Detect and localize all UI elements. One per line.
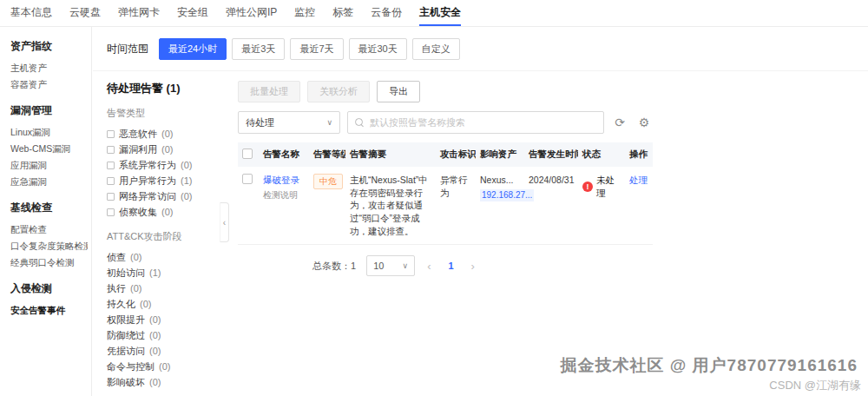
tab-tags[interactable]: 标签 (332, 0, 353, 26)
filter-item-malware[interactable]: 恶意软件 (0) (107, 126, 220, 142)
sidebar-item-host-assets[interactable]: 主机资产 (10, 60, 88, 76)
filter-item-user-anomaly[interactable]: 用户异常行为 (1) (107, 173, 220, 188)
settings-icon[interactable]: ⚙ (635, 116, 653, 129)
sidebar-item-security-alarm-events[interactable]: 安全告警事件 (10, 302, 88, 319)
filter-item-label: 影响破坏 (107, 374, 145, 390)
col-asset: 影响资产 (476, 142, 524, 167)
col-summary: 告警摘要 (345, 142, 436, 167)
sidebar-item-config-check[interactable]: 配置检查 (10, 221, 88, 238)
tab-monitoring[interactable]: 监控 (294, 0, 315, 26)
network-anomaly-icon (107, 193, 115, 201)
filter-item-system-anomaly[interactable]: 系统异常行为 (0) (107, 157, 220, 173)
sidebar-section-title: 漏洞管理 (10, 103, 88, 118)
search-input[interactable] (370, 117, 596, 128)
filter-item-label: 网络异常访问 (119, 188, 176, 204)
filter-item-count: (0) (149, 327, 161, 343)
correlation-analysis-button[interactable]: 关联分析 (307, 81, 370, 102)
alerts-searchbar: 待处理 ∨ ⟳ ⚙ (238, 111, 653, 134)
tab-security-group[interactable]: 安全组 (177, 0, 208, 26)
page-size-select[interactable]: 10 ∨ (366, 255, 415, 276)
pending-alerts-section: 待处理告警 (1) 告警类型 恶意软件 (0) 漏洞利用 (0) (93, 71, 868, 390)
filter-group-alert-type: 告警类型 恶意软件 (0) 漏洞利用 (0) (107, 107, 220, 220)
user-anomaly-icon (107, 177, 115, 185)
sidebar-item-container-assets[interactable]: 容器资产 (10, 76, 88, 93)
sidebar-section-intrusion: 入侵检测 安全告警事件 (10, 281, 88, 319)
batch-handle-button[interactable]: 批量处理 (238, 81, 300, 102)
sidebar-item-linux-vuln[interactable]: Linux漏洞 (10, 124, 88, 141)
filter-item-count: (0) (161, 142, 173, 157)
filter-item-label: 系统异常行为 (119, 157, 176, 173)
filter-item-privilege-escalation[interactable]: 权限提升 (0) (107, 312, 220, 327)
sidebar-section-title: 基线检查 (10, 201, 88, 215)
time-btn-7d[interactable]: 最近7天 (290, 38, 343, 60)
watermark-community: 掘金技术社区 @ 用户7870779161616 (561, 354, 858, 377)
filter-item-count: (0) (130, 249, 141, 265)
next-page-button[interactable]: › (469, 260, 476, 273)
col-attack-tag: 攻击标识 (436, 142, 476, 167)
filter-item-count: (0) (181, 157, 192, 173)
row-checkbox[interactable] (242, 174, 253, 184)
asset-name[interactable]: Nexus... (480, 174, 520, 187)
malware-icon (107, 130, 115, 138)
prev-page-button[interactable]: ‹ (425, 260, 432, 273)
filter-item-label: 持久化 (107, 296, 135, 312)
table-header-row: 告警名称 告警等级 告警摘要 攻击标识 影响资产 告警发生时间 状态 操作 (238, 142, 653, 167)
status-filter-select[interactable]: 待处理 ∨ (238, 111, 340, 134)
tab-cloud-backup[interactable]: 云备份 (371, 0, 402, 26)
filter-item-label: 侦察收集 (119, 204, 157, 220)
total-count-label: 总条数：1 (312, 260, 356, 273)
tab-host-security[interactable]: 主机安全 (419, 0, 461, 26)
filter-item-recon-collection[interactable]: 侦察收集 (0) (107, 204, 220, 220)
select-all-checkbox[interactable] (242, 148, 253, 159)
export-button[interactable]: 导出 (377, 81, 420, 102)
filter-item-credential-access[interactable]: 凭据访问 (0) (107, 343, 220, 359)
time-btn-24h[interactable]: 最近24小时 (159, 38, 227, 60)
filter-collapse-handle[interactable]: ‹ (220, 202, 229, 242)
search-icon (355, 118, 365, 128)
sidebar-item-emergency-vuln[interactable]: 应急漏洞 (10, 174, 88, 190)
time-btn-3d[interactable]: 最近3天 (232, 38, 285, 60)
sidebar-item-app-vuln[interactable]: 应用漏洞 (10, 157, 88, 174)
filter-item-label: 权限提升 (107, 312, 145, 327)
filter-item-persistence[interactable]: 持久化 (0) (107, 296, 220, 312)
severity-badge: 中危 (313, 174, 343, 189)
sidebar-item-password-complexity[interactable]: 口令复杂度策略检测 (10, 238, 88, 254)
filter-group-title: 告警类型 (107, 107, 220, 120)
filter-item-count: (0) (161, 204, 173, 220)
time-btn-30d[interactable]: 最近30天 (349, 38, 407, 60)
tab-eip[interactable]: 弹性公网IP (226, 0, 277, 26)
time-range-label: 时间范围 (107, 42, 148, 56)
sidebar-item-weak-password[interactable]: 经典弱口令检测 (10, 254, 88, 271)
filter-item-label: 命令与控制 (107, 359, 155, 374)
alerts-toolbar: 批量处理 关联分析 导出 (238, 81, 653, 102)
chevron-down-icon: ∨ (326, 118, 332, 127)
sidebar-item-webcms-vuln[interactable]: Web-CMS漏洞 (10, 141, 88, 157)
status-badge: ! 未处理 (582, 174, 621, 199)
filter-item-impact[interactable]: 影响破坏 (0) (107, 374, 220, 390)
filter-item-command-control[interactable]: 命令与控制 (0) (107, 359, 220, 374)
filter-item-exploit[interactable]: 漏洞利用 (0) (107, 142, 220, 157)
time-btn-custom[interactable]: 自定义 (412, 38, 460, 60)
filter-item-network-anomaly[interactable]: 网络异常访问 (0) (107, 188, 220, 204)
filter-item-initial-access[interactable]: 初始访问 (1) (107, 265, 220, 280)
tab-elastic-nic[interactable]: 弹性网卡 (118, 0, 160, 26)
watermark-csdn: CSDN @江湖有缘 (769, 378, 861, 393)
refresh-icon[interactable]: ⟳ (611, 116, 628, 129)
system-anomaly-icon (107, 162, 115, 169)
filter-item-count: (0) (181, 188, 192, 204)
filter-item-label: 用户异常行为 (119, 173, 176, 188)
filter-item-defense-evasion[interactable]: 防御绕过 (0) (107, 327, 220, 343)
filter-item-execution[interactable]: 执行 (0) (107, 280, 220, 296)
handle-action-link[interactable]: 处理 (629, 175, 648, 185)
sidebar-section-vulnerability: 漏洞管理 Linux漏洞 Web-CMS漏洞 应用漏洞 应急漏洞 (10, 103, 88, 190)
filter-item-reconnaissance[interactable]: 侦查 (0) (107, 249, 220, 265)
alert-name-link[interactable]: 爆破登录 (263, 175, 299, 185)
error-status-icon: ! (582, 182, 593, 192)
col-time: 告警发生时间 (524, 142, 578, 167)
current-page[interactable]: 1 (443, 261, 458, 271)
filter-item-label: 侦查 (107, 249, 126, 265)
tab-cloud-disk[interactable]: 云硬盘 (69, 0, 101, 26)
tab-basic-info[interactable]: 基本信息 (10, 0, 52, 26)
search-field[interactable] (347, 111, 604, 134)
alert-time: 2024/08/31 (524, 167, 578, 245)
